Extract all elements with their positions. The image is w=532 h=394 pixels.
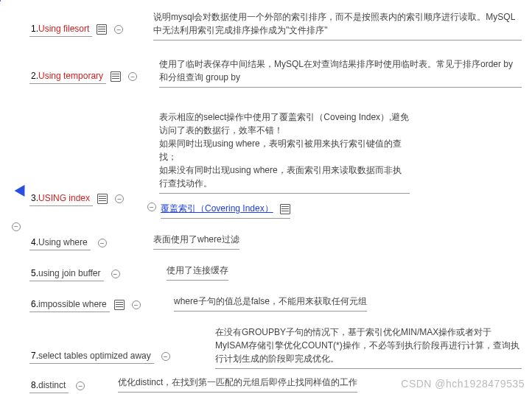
note-icon: [97, 24, 107, 35]
note-icon: [97, 194, 108, 204]
branch-desc: 使用了临时表保存中间结果，MySQL在对查询结果排序时使用临时表。常见于排序or…: [159, 57, 522, 88]
branch-desc: 使用了连接缓存: [167, 264, 228, 281]
branch-desc: 在没有GROUPBY子句的情况下，基于索引优化MIN/MAX操作或者对于MyIS…: [215, 326, 522, 369]
branch-label: 7.select tables optimized away: [29, 349, 154, 364]
branch-label: 2.Using temporary: [29, 69, 106, 84]
collapse-toggle[interactable]: −: [98, 239, 107, 247]
branch-desc: 说明mysql会对数据使用一个外部的索引排序，而不是按照表内的索引顺序进行读取。…: [153, 10, 522, 41]
note-icon: [114, 300, 125, 310]
branch-impossible-where[interactable]: 6.impossible where −: [29, 298, 148, 312]
root-toggle[interactable]: −: [12, 222, 21, 231]
branch-distinct[interactable]: 8.distinct −: [29, 379, 92, 393]
branch-desc: where子句的值总是false，不能用来获取任何元组: [174, 295, 367, 312]
branch-label: 5.using join buffer: [29, 267, 104, 281]
collapse-toggle[interactable]: −: [115, 194, 124, 203]
sub-toggle[interactable]: −: [147, 203, 156, 211]
collapse-toggle[interactable]: −: [161, 352, 170, 361]
sub-covering-index[interactable]: 覆盖索引（Covering Index）: [161, 202, 290, 219]
branch-label: 6.impossible where: [29, 298, 110, 312]
note-icon: [111, 71, 121, 82]
collapse-toggle[interactable]: −: [111, 270, 120, 278]
branch-using-where[interactable]: 4.Using where −: [29, 236, 114, 250]
incoming-edge: [0, 0, 1, 161]
collapse-toggle[interactable]: −: [132, 300, 141, 309]
branch-using-filesort[interactable]: 1.Using filesort −: [29, 22, 130, 37]
branch-desc: 优化distinct，在找到第一匹配的元组后即停止找同样值的工作: [118, 376, 357, 393]
branch-desc: 表面使用了where过滤: [153, 233, 239, 250]
branch-using-temporary[interactable]: 2.Using temporary −: [29, 69, 144, 84]
branch-label: 4.Using where: [29, 236, 91, 250]
arrow-icon: [15, 182, 30, 197]
branch-using-join-buffer[interactable]: 5.using join buffer −: [29, 267, 127, 281]
branch-label: 3.USING index: [29, 191, 93, 206]
collapse-toggle[interactable]: −: [76, 381, 85, 390]
collapse-toggle[interactable]: −: [128, 72, 137, 81]
branch-select-tables-optimized[interactable]: 7.select tables optimized away −: [29, 349, 178, 364]
branch-using-index[interactable]: 3.USING index −: [29, 191, 131, 206]
branch-label: 8.distinct: [29, 379, 69, 393]
note-icon: [280, 204, 290, 214]
watermark: CSDN @hch1928479535: [401, 378, 525, 390]
branch-label: 1.Using filesort: [29, 22, 92, 37]
collapse-toggle[interactable]: −: [114, 25, 123, 34]
branch-desc: 表示相应的select操作中使用了覆盖索引（Coveing Index）,避免访…: [159, 110, 410, 194]
